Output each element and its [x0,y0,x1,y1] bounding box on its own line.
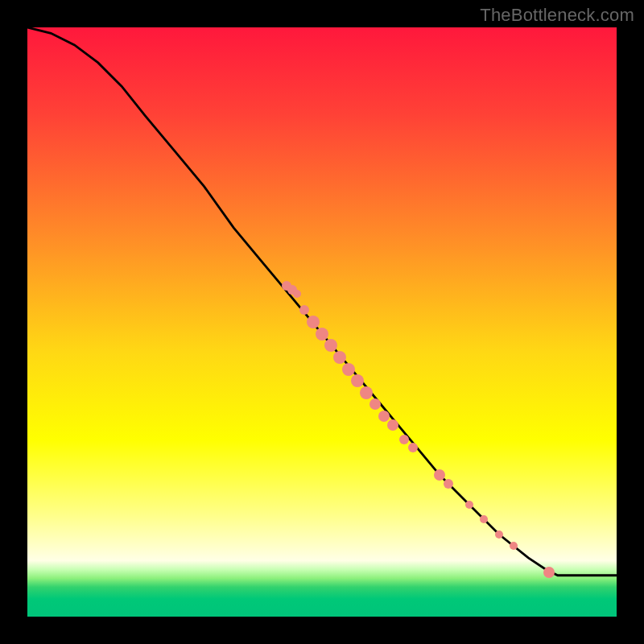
plot-area [27,27,617,617]
data-marker [465,501,473,509]
watermark-label: TheBottleneck.com [480,5,634,26]
chart-frame: TheBottleneck.com [0,0,644,644]
data-marker [434,469,445,481]
data-marker [495,530,503,539]
data-marker [408,443,418,452]
data-marker [324,339,337,352]
gradient-background [27,27,617,617]
data-marker [282,281,291,291]
data-marker [399,435,409,444]
data-marker [307,316,320,328]
data-marker [299,305,309,315]
data-marker [369,398,381,410]
data-marker [316,328,328,341]
data-marker [543,567,555,578]
data-marker [510,542,518,550]
chart-svg [27,27,617,617]
data-marker [351,374,364,387]
data-marker [293,290,301,298]
data-marker [480,515,488,523]
data-marker [444,479,453,489]
data-marker [360,386,373,399]
data-marker [342,363,355,376]
data-marker [333,351,346,364]
data-marker [378,411,390,422]
data-marker [387,419,398,431]
